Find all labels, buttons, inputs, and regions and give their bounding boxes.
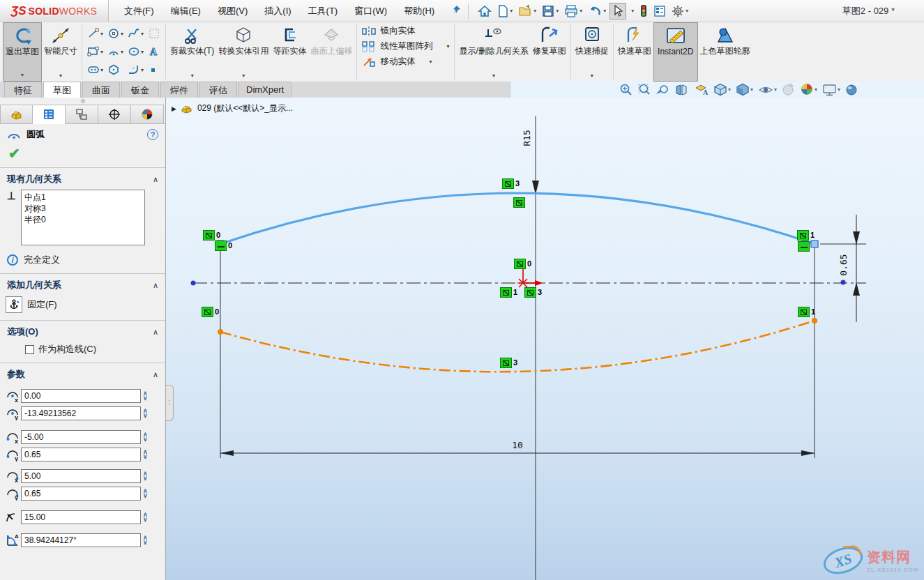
display-style-button[interactable]: ▾ <box>735 82 754 97</box>
menu-insert[interactable]: 插入(I) <box>257 1 298 21</box>
relation-badge-symmetric[interactable]: 0 <box>514 259 526 269</box>
open-button[interactable]: ▾ <box>516 3 538 19</box>
dim-width-label[interactable]: 10 <box>512 440 523 450</box>
tab-weldments[interactable]: 焊件 <box>160 82 198 98</box>
print-caret-icon[interactable]: ▾ <box>580 8 582 14</box>
add-relations-collapse-icon[interactable]: ∧ <box>153 281 158 290</box>
new-document-button[interactable]: ▾ <box>495 3 515 19</box>
centerline-point-left[interactable] <box>191 281 196 286</box>
arc-caret-icon[interactable]: ▾ <box>121 49 123 55</box>
smart-dimension-button[interactable]: 智能尺寸 ▾ <box>42 22 79 82</box>
center-y-input[interactable] <box>21 406 141 420</box>
relation-badge-symmetric[interactable]: 1 <box>797 230 809 241</box>
display-style-caret-icon[interactable]: ▾ <box>750 86 753 93</box>
fillet-tool-button[interactable]: ×▾ <box>126 63 145 76</box>
relation-badge-symmetric[interactable] <box>513 197 525 208</box>
zoom-area-button[interactable] <box>637 82 651 97</box>
end-x-spinner[interactable]: ∧∨ <box>143 471 148 481</box>
lower-arc-endpoint-left[interactable] <box>218 329 223 335</box>
center-x-spinner[interactable]: ∧∨ <box>143 391 148 401</box>
centerline-point-right[interactable] <box>841 280 846 285</box>
smart-dimension-caret-icon[interactable]: ▾ <box>59 70 62 82</box>
new-caret-icon[interactable]: ▾ <box>510 8 513 14</box>
exit-sketch-caret-icon[interactable]: ▾ <box>21 70 24 81</box>
tab-dimxpert-manager[interactable] <box>98 105 131 124</box>
options-collapse-icon[interactable]: ∧ <box>153 328 158 337</box>
polygon-tool-button[interactable] <box>106 63 125 76</box>
line-caret-icon[interactable]: ▾ <box>100 31 103 37</box>
view-orientation-caret-icon[interactable]: ▾ <box>728 86 731 93</box>
relation-badge-horizontal[interactable]: 0 <box>215 241 227 251</box>
construction-line-checkbox[interactable] <box>25 345 34 354</box>
save-caret-icon[interactable]: ▾ <box>556 8 559 14</box>
hide-show-items-button[interactable]: ▾ <box>757 84 778 96</box>
tab-features[interactable]: 特征 <box>4 82 42 98</box>
center-x-input[interactable] <box>21 389 141 403</box>
tab-dimxpert[interactable]: DimXpert <box>238 82 291 98</box>
dim-height-label[interactable]: 0.65 <box>838 254 849 275</box>
end-y-input[interactable] <box>21 487 141 501</box>
reference-grid-button[interactable] <box>146 27 162 40</box>
relation-item[interactable]: 半径0 <box>24 214 142 225</box>
menu-help[interactable]: 帮助(H) <box>397 1 441 21</box>
arc-endpoint-right[interactable] <box>811 241 818 247</box>
save-button[interactable]: ▾ <box>540 3 561 19</box>
radius-input[interactable] <box>21 510 141 524</box>
settings-button[interactable]: ▾ <box>669 3 690 19</box>
menu-file[interactable]: 文件(F) <box>117 1 161 21</box>
rectangle-tool-button[interactable]: ▾ <box>86 45 105 58</box>
undo-button[interactable]: ▾ <box>586 3 608 19</box>
tab-sheet-metal[interactable]: 钣金 <box>121 82 159 98</box>
parameters-collapse-icon[interactable]: ∧ <box>153 370 158 379</box>
options-list-button[interactable] <box>651 3 668 19</box>
shaded-sketch-contours-button[interactable]: 上色草图轮廓 <box>698 22 752 82</box>
start-y-input[interactable] <box>21 448 141 461</box>
relation-item[interactable]: 中点1 <box>24 192 142 203</box>
rectangle-caret-icon[interactable]: ▾ <box>100 49 103 55</box>
exit-sketch-button[interactable]: 退出草图 ▾ <box>3 22 42 82</box>
render-sphere-button[interactable] <box>845 83 858 97</box>
tab-surfaces[interactable]: 曲面 <box>82 82 120 98</box>
parameters-header[interactable]: 参数 ∧ <box>0 365 165 383</box>
tab-display-manager[interactable] <box>131 105 164 124</box>
point-tool-button[interactable] <box>146 64 162 75</box>
end-y-spinner[interactable]: ∧∨ <box>143 489 148 498</box>
end-x-input[interactable] <box>21 469 141 483</box>
display-delete-relations-button[interactable]: 显示/删除几何关系 ▾ <box>457 22 530 82</box>
settings-caret-icon[interactable]: ▾ <box>686 8 688 14</box>
offset-entities-button[interactable]: 等距实体 <box>271 22 308 82</box>
graphics-viewport[interactable]: R15 10 0.65 <box>166 98 924 580</box>
apply-scene-button[interactable]: ▾ <box>799 82 818 97</box>
ellipse-caret-icon[interactable]: ▾ <box>141 49 144 55</box>
repair-sketch-button[interactable]: 修复草图 <box>531 22 568 82</box>
angle-input[interactable] <box>21 533 141 547</box>
relations-listbox[interactable]: 中点1 对称3 半径0 <box>21 190 145 245</box>
fix-anchor-button[interactable] <box>6 296 22 313</box>
relation-badge-symmetric[interactable]: 3 <box>502 178 514 189</box>
start-x-spinner[interactable]: ∧∨ <box>143 432 148 442</box>
menu-tools[interactable]: 工具(T) <box>301 1 345 21</box>
section-view-button[interactable] <box>674 83 689 97</box>
quick-snaps-caret-icon[interactable]: ▾ <box>591 70 593 82</box>
spline-caret-icon[interactable]: ▾ <box>141 31 144 37</box>
tab-evaluate[interactable]: 评估 <box>199 82 237 98</box>
angle-spinner[interactable]: ∧∨ <box>143 535 148 545</box>
line-tool-button[interactable]: ▾ <box>86 27 105 40</box>
start-x-input[interactable] <box>21 430 141 444</box>
circle-caret-icon[interactable]: ▾ <box>121 31 123 37</box>
fillet-caret-icon[interactable]: ▾ <box>141 67 144 73</box>
existing-relations-header[interactable]: 现有几何关系 ∧ <box>0 169 165 188</box>
slot-tool-button[interactable]: ▾ <box>86 63 105 76</box>
panel-grip[interactable] <box>0 98 165 105</box>
center-y-spinner[interactable]: ∧∨ <box>143 409 148 418</box>
ok-checkmark-button[interactable]: ✔ <box>8 146 20 161</box>
trim-entities-button[interactable]: 剪裁实体(T) ▾ <box>168 22 216 82</box>
existing-relations-collapse-icon[interactable]: ∧ <box>153 175 158 184</box>
rapid-sketch-button[interactable]: 快速草图 <box>616 22 653 82</box>
select-caret-icon[interactable]: ▾ <box>631 8 634 14</box>
interference-check-button[interactable] <box>637 3 650 19</box>
menu-view[interactable]: 视图(V) <box>211 1 255 21</box>
select-caret-button[interactable]: ▾ <box>628 6 636 15</box>
view-settings-caret-icon[interactable]: ▾ <box>838 86 840 93</box>
instant2d-button[interactable]: Instant2D <box>653 22 698 82</box>
